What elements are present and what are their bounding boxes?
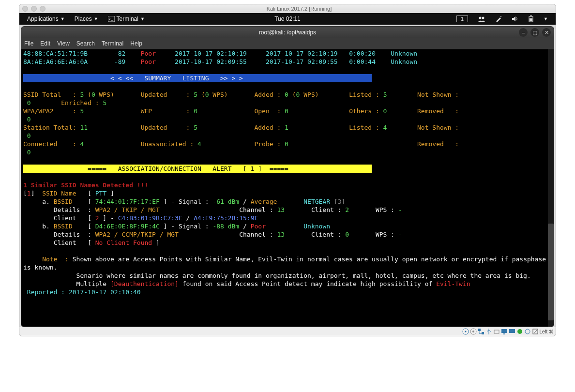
menu-view[interactable]: View: [57, 40, 70, 47]
vm-window: Kali Linux 2017.2 [Running] Applications…: [19, 4, 556, 336]
svg-rect-14: [494, 330, 499, 333]
vm-traffic-lights: [22, 6, 45, 12]
summary-header: < < << SUMMARY LISTING >> > >: [23, 74, 372, 82]
menu-edit[interactable]: Edit: [40, 40, 50, 47]
alert-ssid-line: [1] SSID Name [ PTT ]: [23, 190, 114, 197]
alert-note: Note : Shown above are Access Points wit…: [23, 256, 550, 271]
alert-header: ===== ASSOCIATION/CONNECTION ALERT [ 1 ]…: [23, 165, 372, 173]
svg-point-19: [525, 329, 530, 334]
summary-line: WPA/WPA2 : 5 WEP : 0 Open : 0 Others : 0…: [23, 107, 459, 123]
gnome-places[interactable]: Places▼: [70, 15, 103, 22]
vm-settings-icon[interactable]: [524, 328, 531, 335]
volume-icon[interactable]: [507, 16, 523, 22]
vm-min-dot[interactable]: [31, 6, 37, 12]
window-close-button[interactable]: ✕: [542, 28, 551, 37]
alert-ap-b: b. BSSID [ D4:6E:0E:8F:9F:4C ] - Signal …: [23, 223, 330, 230]
gnome-top-bar: Applications▼ Places▼ Terminal▼ Tue 02:1…: [19, 13, 556, 25]
paintbrush-icon[interactable]: [490, 15, 507, 22]
table-row: 8A:AE:A6:6E:A6:0A -89 Poor 2017-10-17 02…: [23, 58, 417, 65]
gnome-applications[interactable]: Applications▼: [22, 15, 70, 22]
menu-terminal[interactable]: Terminal: [102, 40, 123, 47]
svg-rect-0: [108, 16, 115, 22]
svg-point-4: [500, 16, 501, 17]
summary-line: SSID Total : 5 (0 WPS) Updated : 5 (0 WP…: [23, 91, 459, 106]
alert-ap-b-details: Details : WPA2 / CCMP/TKIP / MGT Channel…: [23, 231, 402, 238]
vm-record-icon[interactable]: [516, 328, 523, 335]
svg-rect-15: [501, 329, 507, 333]
vm-network-icon[interactable]: [478, 328, 484, 335]
alert-reported: Reported : 2017-10-17 02:10:40: [23, 288, 141, 296]
vm-titlebar[interactable]: Kali Linux 2017.2 [Running]: [19, 4, 556, 13]
table-row: 48:88:CA:51:71:9B -82 Poor 2017-10-17 02…: [23, 50, 417, 57]
vm-usb-icon[interactable]: [485, 328, 492, 335]
svg-point-18: [517, 329, 522, 334]
svg-point-11: [472, 331, 474, 332]
power-menu-caret[interactable]: ▼: [539, 16, 553, 21]
svg-rect-13: [482, 332, 484, 334]
menu-search[interactable]: Search: [76, 40, 95, 47]
vm-zoom-dot[interactable]: [40, 6, 45, 12]
svg-rect-6: [530, 15, 532, 16]
alert-note: Senario where similar names are commonly…: [23, 272, 531, 279]
svg-point-9: [465, 331, 466, 332]
summary-line: Connected : 4 Unassociated : 4 Probe : 0…: [23, 140, 459, 156]
scrollbar-thumb[interactable]: [548, 224, 554, 320]
users-icon[interactable]: [473, 16, 490, 22]
gnome-terminal-app[interactable]: Terminal▼: [103, 15, 150, 22]
menu-file[interactable]: File: [24, 40, 33, 47]
alert-ap-a: a. BSSID [ 74:44:01:7F:17:EF ] - Signal …: [23, 198, 345, 205]
alert-ap-a-clients: Client [ 2 ] - C4:B3:01:9B:C7:3E / A4:E9…: [23, 214, 258, 222]
vm-hostkey-label: Left ⌘: [540, 329, 554, 334]
vm-close-dot[interactable]: [22, 6, 28, 12]
summary-line: Station Total: 11 Updated : 5 Added : 1 …: [23, 124, 459, 139]
vm-hostkey-icon[interactable]: [532, 328, 539, 335]
terminal-window: root@kali: /opt/waidps – ▢ ✕ File Edit V…: [21, 27, 554, 327]
terminal-menubar: File Edit View Search Terminal Help: [21, 38, 554, 49]
alert-note: Multiple [Deauthentication] found on sai…: [23, 280, 470, 287]
vm-status-bar: Left ⌘: [19, 327, 556, 336]
svg-point-2: [479, 17, 482, 19]
window-minimize-button[interactable]: –: [519, 28, 528, 37]
vm-display-icon[interactable]: [501, 328, 508, 335]
terminal-title: root@kali: /opt/waidps: [259, 29, 316, 36]
vm-hdd-icon[interactable]: [462, 328, 469, 335]
vm-optical-icon[interactable]: [470, 328, 477, 335]
vm-title: Kali Linux 2017.2 [Running]: [45, 6, 553, 12]
terminal-scrollbar[interactable]: [548, 49, 554, 327]
battery-icon[interactable]: [523, 15, 539, 22]
vm-shared-icon[interactable]: [493, 328, 500, 335]
svg-rect-7: [530, 18, 532, 21]
alert-ap-a-details: Details : WPA2 / TKIP / MGT Channel : 13…: [23, 206, 402, 213]
gnome-clock[interactable]: Tue 02:11: [270, 15, 305, 22]
alert-headline: 1 Similar SSID Names Detected !!!: [23, 181, 148, 189]
terminal-body[interactable]: 48:88:CA:51:71:9B -82 Poor 2017-10-17 02…: [21, 49, 554, 327]
vm-display2-icon[interactable]: [509, 328, 515, 335]
terminal-icon: [108, 16, 115, 22]
menu-help[interactable]: Help: [130, 40, 142, 47]
svg-rect-16: [503, 333, 505, 334]
window-maximize-button[interactable]: ▢: [530, 28, 539, 37]
terminal-titlebar[interactable]: root@kali: /opt/waidps – ▢ ✕: [21, 27, 554, 38]
svg-point-3: [482, 17, 484, 19]
workspace-indicator[interactable]: 1: [452, 15, 473, 22]
svg-rect-12: [478, 329, 481, 331]
svg-rect-17: [509, 329, 515, 333]
alert-ap-b-clients: Client [ No Client Found ]: [23, 239, 160, 246]
